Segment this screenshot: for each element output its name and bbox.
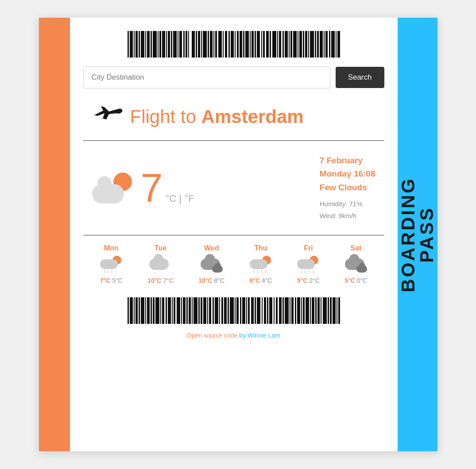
svg-rect-142 <box>337 297 337 324</box>
weather-section: 7 °C | °F 7 February Monday 16:08 Few Cl… <box>83 141 384 235</box>
svg-rect-68 <box>329 31 330 58</box>
svg-rect-102 <box>215 297 218 324</box>
forecast-day-name-sat: Sat <box>350 244 361 252</box>
svg-rect-17 <box>178 31 178 58</box>
svg-rect-97 <box>201 297 202 324</box>
svg-rect-135 <box>315 297 317 324</box>
svg-rect-141 <box>333 297 336 324</box>
svg-rect-14 <box>168 31 170 58</box>
svg-rect-35 <box>231 31 234 58</box>
svg-rect-6 <box>145 31 146 58</box>
svg-rect-36 <box>235 31 236 58</box>
svg-rect-85 <box>166 297 167 324</box>
svg-rect-33 <box>225 31 227 58</box>
forecast-day-sat: Sat 5°C 0°C <box>344 244 367 284</box>
weather-humidity: Humidity: 71% <box>320 198 375 210</box>
svg-rect-66 <box>324 31 325 58</box>
right-stripe-boarding-pass: BOARDINGPASS <box>398 18 437 451</box>
svg-rect-78 <box>145 297 146 324</box>
svg-rect-43 <box>255 31 256 58</box>
svg-rect-31 <box>218 31 222 58</box>
svg-rect-10 <box>158 31 159 58</box>
temperature-display: 7 °C | °F <box>141 168 194 208</box>
svg-rect-82 <box>155 297 159 324</box>
svg-rect-111 <box>242 297 245 324</box>
svg-rect-71 <box>337 31 340 58</box>
weather-date-value: 7 February <box>320 154 375 167</box>
svg-rect-137 <box>321 297 321 324</box>
svg-rect-40 <box>245 31 249 58</box>
flight-prefix: Flight to <box>130 106 201 127</box>
svg-rect-20 <box>186 31 187 58</box>
forecast-temps-sat: 5°C 0°C <box>344 277 367 284</box>
forecast-temps-fri: 5°C 2°C <box>297 277 320 284</box>
footer-text: Open source code by Winnie Lam <box>83 328 384 341</box>
svg-rect-77 <box>141 297 144 324</box>
svg-rect-119 <box>267 297 268 324</box>
forecast-temps-mon: 7°C 5°C <box>100 277 123 284</box>
svg-rect-49 <box>272 31 276 58</box>
flight-title-row: Flight to Amsterdam <box>83 97 384 140</box>
svg-rect-4 <box>139 31 140 58</box>
svg-rect-47 <box>266 31 269 58</box>
footer-label: Open source code <box>187 332 239 339</box>
svg-rect-96 <box>198 297 200 324</box>
svg-rect-109 <box>236 297 239 324</box>
boarding-pass-label: BOARDINGPASS <box>399 177 436 292</box>
svg-rect-94 <box>192 297 193 324</box>
svg-rect-12 <box>162 31 165 58</box>
svg-rect-9 <box>153 31 157 58</box>
forecast-day-name-thu: Thu <box>254 244 267 252</box>
ticket-container: Search Flight to Amsterdam <box>39 18 437 451</box>
svg-rect-139 <box>328 297 329 324</box>
footer-link[interactable]: by Winnie Lam <box>239 332 280 339</box>
svg-rect-134 <box>312 297 314 324</box>
temperature-value: 7 <box>141 168 163 208</box>
svg-rect-91 <box>183 297 186 324</box>
svg-rect-87 <box>172 297 173 324</box>
svg-rect-90 <box>181 297 182 324</box>
search-input[interactable] <box>83 66 330 88</box>
svg-rect-89 <box>177 297 180 324</box>
svg-rect-113 <box>248 297 250 324</box>
svg-rect-83 <box>160 297 161 324</box>
svg-rect-42 <box>252 31 254 58</box>
svg-rect-27 <box>208 31 209 58</box>
forecast-day-mon: Mon | | | | 7°C 5°C <box>100 244 123 284</box>
svg-rect-19 <box>183 31 185 58</box>
svg-rect-55 <box>290 31 292 58</box>
svg-rect-128 <box>295 297 296 324</box>
svg-rect-1 <box>130 31 133 58</box>
svg-rect-51 <box>279 31 281 58</box>
svg-rect-56 <box>293 31 297 58</box>
svg-rect-126 <box>290 297 290 324</box>
svg-rect-114 <box>251 297 254 324</box>
svg-rect-99 <box>207 297 208 324</box>
svg-rect-74 <box>134 297 135 324</box>
forecast-day-name-tue: Tue <box>155 244 166 252</box>
svg-rect-103 <box>219 297 220 324</box>
svg-rect-143 <box>338 297 340 324</box>
search-row: Search <box>83 62 384 97</box>
svg-rect-53 <box>285 31 288 58</box>
svg-rect-41 <box>250 31 251 58</box>
svg-rect-75 <box>135 297 138 324</box>
svg-rect-7 <box>147 31 150 58</box>
svg-rect-21 <box>188 31 189 58</box>
svg-rect-106 <box>228 297 229 324</box>
search-button[interactable]: Search <box>336 67 384 88</box>
svg-rect-84 <box>162 297 164 324</box>
svg-rect-13 <box>166 31 167 58</box>
weather-date: 7 February Monday 16:08 Few Clouds <box>320 154 375 194</box>
svg-rect-46 <box>263 31 265 58</box>
svg-rect-24 <box>198 31 200 58</box>
svg-rect-48 <box>270 31 271 58</box>
flight-title-text: Flight to Amsterdam <box>130 106 304 127</box>
weather-condition-value: Few Clouds <box>320 181 375 194</box>
svg-rect-0 <box>128 31 129 58</box>
svg-rect-107 <box>230 297 234 324</box>
svg-rect-5 <box>141 31 144 58</box>
forecast-temps-wed: 10°C 8°C <box>198 277 224 284</box>
svg-rect-138 <box>323 297 327 324</box>
svg-rect-133 <box>310 297 311 324</box>
